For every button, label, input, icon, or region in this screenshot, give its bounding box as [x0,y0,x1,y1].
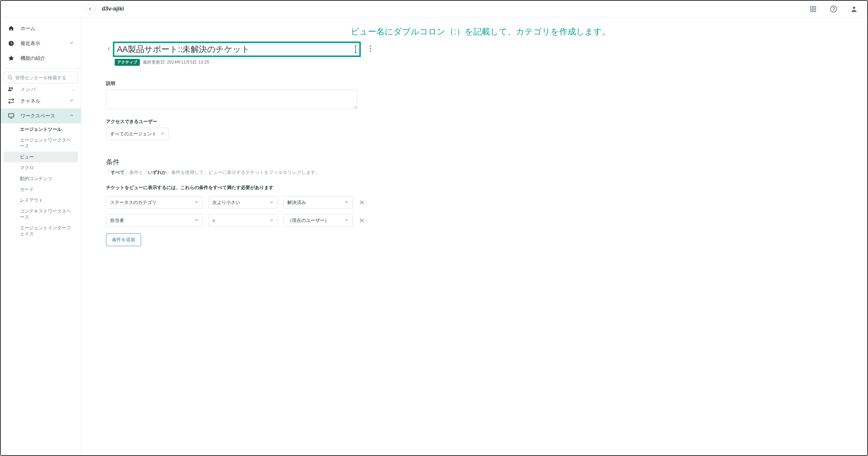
sidebar-sub-agent-if[interactable]: エージェントインターフェイス [1,222,81,239]
overflow-menu-button[interactable] [370,45,371,53]
access-label: アクセスできるユーザー [106,119,843,125]
sidebar-sub-views[interactable]: ビュー [4,152,78,162]
topbar: d3v-ajiki [1,1,867,18]
updated-text: 最終更新日: 2024年11月5日 13:25 [143,60,209,65]
search-icon [7,75,13,80]
sidebar-item-partial[interactable]: メンバ - [1,87,81,94]
sidebar-item-label: ワークスペース [21,113,55,119]
chevron-down-icon [160,131,165,137]
profile-button[interactable] [850,5,858,13]
back-button[interactable] [85,4,95,14]
condition-field-select[interactable]: ステータスのカテゴリ [106,196,203,209]
description-label: 説明 [106,81,843,87]
svg-rect-2 [811,9,812,11]
chevron-down-icon [69,98,74,104]
sidebar-sub-dynamic[interactable]: 動的コンテンツ [1,173,81,184]
search-input-wrap[interactable] [4,71,78,83]
close-icon [359,218,365,223]
kebab-icon [370,45,371,52]
sidebar-item-channels[interactable]: チャネル [1,94,81,109]
chevron-left-icon [88,6,93,11]
sidebar-item-home[interactable]: ホーム [1,21,81,36]
sidebar-item-workspace[interactable]: ワークスペース [1,109,81,123]
chevron-down-icon [194,218,199,223]
sidebar-item-label: ホーム [21,25,35,32]
chevron-up-icon [69,113,74,119]
sidebar-subtitle: エージェントツール [1,124,81,135]
conditions-title: 条件 [106,157,843,167]
star-icon [7,55,15,62]
sidebar-sub-workspace[interactable]: エージェントワークスペース [1,135,81,152]
sidebar-item-recent[interactable]: 最近表示 [1,36,81,51]
clock-icon [7,40,15,47]
remove-condition-button[interactable] [359,199,365,206]
condition-row: ステータスのカテゴリ 次より小さい 解決済み [106,196,843,209]
sidebar-item-features[interactable]: 機能の紹介 [1,51,81,66]
sidebar-item-label: チャネル [21,98,40,104]
close-icon [359,200,365,205]
chevron-down-icon [344,218,349,223]
svg-point-6 [853,6,855,9]
view-title-text: AA製品サポート::未解決のチケット [117,44,354,55]
sidebar-sub-context-ws[interactable]: コンテキストワークスペース [1,206,81,222]
help-icon [830,5,837,13]
access-select-value: すべてのエージェント [110,131,157,137]
add-condition-button[interactable]: 条件を追加 [106,234,141,246]
svg-point-11 [11,87,13,89]
svg-point-16 [370,45,371,47]
search-input[interactable] [15,75,74,80]
sidebar-sub-macros[interactable]: マクロ [1,162,81,173]
sidebar-sub-cards[interactable]: カード [1,184,81,195]
svg-rect-0 [811,6,812,8]
view-title-input[interactable]: AA製品サポート::未解決のチケット [113,41,361,57]
apps-button[interactable] [809,5,817,13]
chevron-down-icon [269,200,274,205]
chevron-down-icon [344,200,349,205]
user-icon [850,5,858,13]
description-input[interactable] [106,90,357,109]
text-caret-icon [354,45,357,53]
back-chevron[interactable] [106,46,112,53]
conditions-subtitle: 「すべて」条件と「いずれか」条件を使用して、ビューに表示するチケットをフィルタリ… [106,169,843,176]
svg-rect-3 [814,9,816,11]
svg-point-17 [370,48,371,49]
chevron-down-icon [269,218,274,223]
condition-field-select[interactable]: 担当者 [106,214,203,226]
sidebar-item-label: 機能の紹介 [21,55,45,62]
access-select[interactable]: すべてのエージェント [106,128,168,140]
svg-rect-1 [814,6,816,8]
svg-line-9 [11,79,12,79]
channels-icon [7,97,15,105]
members-icon [7,87,15,92]
svg-point-4 [831,6,837,12]
apps-icon [810,6,816,12]
chevron-left-icon [106,46,112,52]
remove-condition-button[interactable] [359,217,365,224]
condition-op-select[interactable]: 次より小さい [208,196,278,209]
chevron-down-icon [194,200,199,205]
svg-point-10 [9,87,10,89]
svg-point-18 [370,51,371,52]
condition-value-select[interactable]: 解決済み [283,196,353,209]
sidebar-item-label: 最近表示 [21,40,40,47]
condition-op-select[interactable]: = [208,214,278,226]
annotation-text: ビュー名にダブルコロン（:）を記載して、カテゴリを作成します。 [118,26,843,37]
monitor-icon [7,112,15,120]
condition-value-select[interactable]: （現在のユーザー） [283,214,353,226]
instance-name: d3v-ajiki [102,6,124,12]
condition-row: 担当者 = （現在のユーザー） [106,214,843,226]
sidebar-sub-layouts[interactable]: レイアウト [1,195,81,206]
chevron-down-icon [69,40,74,47]
sidebar: ホーム 最近表示 機能の紹介 [1,18,81,455]
home-icon [7,25,15,32]
main-content: ビュー名にダブルコロン（:）を記載して、カテゴリを作成します。 AA製品サポート… [81,18,867,455]
status-badge: アクティブ [115,59,140,66]
help-button[interactable] [830,5,838,13]
svg-rect-14 [9,114,14,117]
conditions-required-label: チケットをビューに表示するには、これらの条件をすべて満たす必要があります [106,185,843,191]
